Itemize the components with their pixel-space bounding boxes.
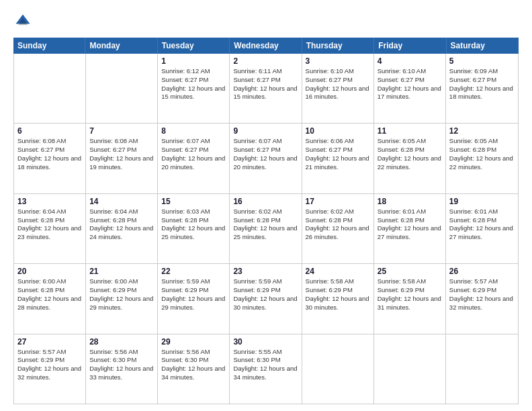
cell-day-number: 25 xyxy=(378,267,442,276)
cell-info: Sunrise: 5:59 AMSunset: 6:29 PMDaylight:… xyxy=(161,277,226,312)
cell-day-number: 7 xyxy=(89,126,154,136)
calendar-cell: 4Sunrise: 6:10 AMSunset: 6:27 PMDaylight… xyxy=(374,54,446,123)
calendar-cell: 7Sunrise: 6:08 AMSunset: 6:27 PMDaylight… xyxy=(86,124,158,193)
calendar-cell: 13Sunrise: 6:04 AMSunset: 6:28 PMDayligh… xyxy=(14,194,86,263)
cell-day-number: 24 xyxy=(306,267,370,276)
cell-day-number: 18 xyxy=(378,197,442,206)
cell-info: Sunrise: 6:10 AMSunset: 6:27 PMDaylight:… xyxy=(306,67,370,101)
cell-info: Sunrise: 6:04 AMSunset: 6:28 PMDaylight:… xyxy=(17,208,82,242)
calendar-cell xyxy=(14,54,86,123)
cell-day-number: 19 xyxy=(449,197,515,206)
logo xyxy=(13,12,35,31)
calendar-cell: 27Sunrise: 5:57 AMSunset: 6:29 PMDayligh… xyxy=(14,334,86,404)
calendar-row-3: 13Sunrise: 6:04 AMSunset: 6:28 PMDayligh… xyxy=(14,194,518,264)
calendar-cell: 1Sunrise: 6:12 AMSunset: 6:27 PMDaylight… xyxy=(158,54,230,123)
cell-day-number: 17 xyxy=(306,197,370,206)
cell-info: Sunrise: 5:58 AMSunset: 6:29 PMDaylight:… xyxy=(378,277,442,312)
cell-day-number: 10 xyxy=(306,126,370,136)
cell-info: Sunrise: 6:07 AMSunset: 6:27 PMDaylight:… xyxy=(233,137,298,171)
header-day-wednesday: Wednesday xyxy=(230,38,302,54)
header-day-saturday: Saturday xyxy=(447,38,519,54)
calendar-cell: 19Sunrise: 6:01 AMSunset: 6:28 PMDayligh… xyxy=(446,194,518,263)
cell-day-number: 13 xyxy=(17,197,82,206)
cell-info: Sunrise: 6:07 AMSunset: 6:27 PMDaylight:… xyxy=(161,137,226,171)
calendar-cell: 9Sunrise: 6:07 AMSunset: 6:27 PMDaylight… xyxy=(230,124,302,193)
cell-day-number: 20 xyxy=(17,267,82,276)
calendar-cell: 20Sunrise: 6:00 AMSunset: 6:28 PMDayligh… xyxy=(14,264,86,333)
calendar-cell: 10Sunrise: 6:06 AMSunset: 6:27 PMDayligh… xyxy=(302,124,374,193)
calendar-cell xyxy=(302,334,374,404)
calendar-cell: 29Sunrise: 5:56 AMSunset: 6:30 PMDayligh… xyxy=(158,334,230,404)
header xyxy=(13,12,519,31)
cell-info: Sunrise: 6:09 AMSunset: 6:27 PMDaylight:… xyxy=(449,67,515,101)
header-day-thursday: Thursday xyxy=(302,38,374,54)
cell-info: Sunrise: 6:08 AMSunset: 6:27 PMDaylight:… xyxy=(17,137,82,171)
cell-info: Sunrise: 5:57 AMSunset: 6:29 PMDaylight:… xyxy=(17,348,82,382)
cell-info: Sunrise: 6:01 AMSunset: 6:28 PMDaylight:… xyxy=(378,208,442,242)
cell-info: Sunrise: 6:01 AMSunset: 6:28 PMDaylight:… xyxy=(449,208,515,242)
cell-day-number: 14 xyxy=(89,197,154,206)
calendar-cell: 25Sunrise: 5:58 AMSunset: 6:29 PMDayligh… xyxy=(374,264,446,333)
cell-info: Sunrise: 6:02 AMSunset: 6:28 PMDaylight:… xyxy=(306,208,370,242)
page: SundayMondayTuesdayWednesdayThursdayFrid… xyxy=(0,0,532,411)
cell-info: Sunrise: 6:06 AMSunset: 6:27 PMDaylight:… xyxy=(306,137,370,171)
cell-info: Sunrise: 5:56 AMSunset: 6:30 PMDaylight:… xyxy=(89,348,154,382)
calendar-cell: 22Sunrise: 5:59 AMSunset: 6:29 PMDayligh… xyxy=(158,264,230,333)
cell-info: Sunrise: 6:00 AMSunset: 6:29 PMDaylight:… xyxy=(89,277,154,312)
cell-info: Sunrise: 6:05 AMSunset: 6:28 PMDaylight:… xyxy=(449,137,515,171)
calendar-cell xyxy=(374,334,446,404)
calendar-cell: 14Sunrise: 6:04 AMSunset: 6:28 PMDayligh… xyxy=(86,194,158,263)
cell-day-number: 5 xyxy=(449,56,515,66)
cell-info: Sunrise: 5:56 AMSunset: 6:30 PMDaylight:… xyxy=(161,348,226,382)
calendar-cell: 30Sunrise: 5:55 AMSunset: 6:30 PMDayligh… xyxy=(230,334,302,404)
cell-day-number: 29 xyxy=(161,337,226,347)
calendar-cell: 23Sunrise: 5:59 AMSunset: 6:29 PMDayligh… xyxy=(230,264,302,333)
calendar-cell: 6Sunrise: 6:08 AMSunset: 6:27 PMDaylight… xyxy=(14,124,86,193)
calendar-cell: 5Sunrise: 6:09 AMSunset: 6:27 PMDaylight… xyxy=(446,54,518,123)
cell-day-number: 11 xyxy=(378,126,442,136)
calendar-cell: 28Sunrise: 5:56 AMSunset: 6:30 PMDayligh… xyxy=(86,334,158,404)
calendar: SundayMondayTuesdayWednesdayThursdayFrid… xyxy=(13,38,519,404)
cell-day-number: 21 xyxy=(89,267,154,276)
cell-day-number: 8 xyxy=(161,126,226,136)
cell-info: Sunrise: 6:04 AMSunset: 6:28 PMDaylight:… xyxy=(89,208,154,242)
cell-day-number: 23 xyxy=(233,267,298,276)
cell-day-number: 22 xyxy=(161,267,226,276)
logo-icon xyxy=(13,12,32,31)
cell-info: Sunrise: 5:57 AMSunset: 6:29 PMDaylight:… xyxy=(449,277,515,312)
cell-info: Sunrise: 5:55 AMSunset: 6:30 PMDaylight:… xyxy=(233,348,298,382)
calendar-row-5: 27Sunrise: 5:57 AMSunset: 6:29 PMDayligh… xyxy=(14,334,518,404)
cell-day-number: 12 xyxy=(449,126,515,136)
calendar-cell: 21Sunrise: 6:00 AMSunset: 6:29 PMDayligh… xyxy=(86,264,158,333)
calendar-row-1: 1Sunrise: 6:12 AMSunset: 6:27 PMDaylight… xyxy=(14,54,518,124)
cell-day-number: 4 xyxy=(378,56,442,66)
cell-info: Sunrise: 6:11 AMSunset: 6:27 PMDaylight:… xyxy=(233,67,298,101)
cell-day-number: 30 xyxy=(233,337,298,347)
cell-info: Sunrise: 6:05 AMSunset: 6:28 PMDaylight:… xyxy=(378,137,442,171)
cell-day-number: 28 xyxy=(89,337,154,347)
calendar-cell: 16Sunrise: 6:02 AMSunset: 6:28 PMDayligh… xyxy=(230,194,302,263)
calendar-body: 1Sunrise: 6:12 AMSunset: 6:27 PMDaylight… xyxy=(13,54,519,404)
calendar-cell: 3Sunrise: 6:10 AMSunset: 6:27 PMDaylight… xyxy=(302,54,374,123)
calendar-cell: 12Sunrise: 6:05 AMSunset: 6:28 PMDayligh… xyxy=(446,124,518,193)
cell-day-number: 16 xyxy=(233,197,298,206)
header-day-monday: Monday xyxy=(85,38,157,54)
cell-info: Sunrise: 6:00 AMSunset: 6:28 PMDaylight:… xyxy=(17,277,82,312)
calendar-cell xyxy=(86,54,158,123)
cell-info: Sunrise: 6:12 AMSunset: 6:27 PMDaylight:… xyxy=(161,67,226,101)
calendar-cell: 11Sunrise: 6:05 AMSunset: 6:28 PMDayligh… xyxy=(374,124,446,193)
calendar-cell: 15Sunrise: 6:03 AMSunset: 6:28 PMDayligh… xyxy=(158,194,230,263)
calendar-row-2: 6Sunrise: 6:08 AMSunset: 6:27 PMDaylight… xyxy=(14,124,518,193)
calendar-cell: 8Sunrise: 6:07 AMSunset: 6:27 PMDaylight… xyxy=(158,124,230,193)
cell-info: Sunrise: 6:08 AMSunset: 6:27 PMDaylight:… xyxy=(89,137,154,171)
header-day-friday: Friday xyxy=(374,38,446,54)
calendar-header: SundayMondayTuesdayWednesdayThursdayFrid… xyxy=(13,38,519,54)
cell-day-number: 9 xyxy=(233,126,298,136)
calendar-cell: 17Sunrise: 6:02 AMSunset: 6:28 PMDayligh… xyxy=(302,194,374,263)
cell-info: Sunrise: 6:02 AMSunset: 6:28 PMDaylight:… xyxy=(233,208,298,242)
header-day-tuesday: Tuesday xyxy=(158,38,230,54)
cell-day-number: 3 xyxy=(306,56,370,66)
cell-info: Sunrise: 6:10 AMSunset: 6:27 PMDaylight:… xyxy=(378,67,442,101)
calendar-cell: 24Sunrise: 5:58 AMSunset: 6:29 PMDayligh… xyxy=(302,264,374,333)
cell-info: Sunrise: 5:59 AMSunset: 6:29 PMDaylight:… xyxy=(233,277,298,312)
